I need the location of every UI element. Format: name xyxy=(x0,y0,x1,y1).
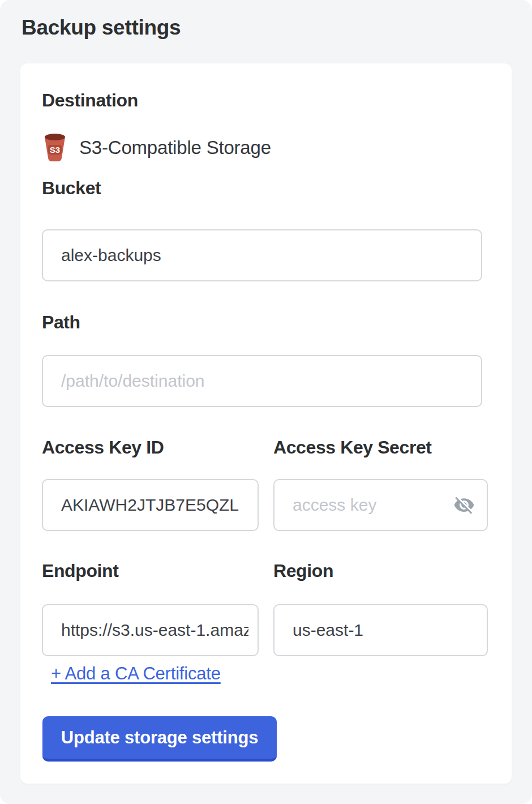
bucket-label: Bucket xyxy=(42,177,101,199)
update-storage-settings-button[interactable]: Update storage settings xyxy=(42,716,277,762)
region-label: Region xyxy=(273,560,333,581)
access-key-id-input[interactable] xyxy=(42,479,259,531)
eye-off-icon xyxy=(453,494,475,516)
access-key-secret-field xyxy=(273,479,488,531)
destination-value: S3-Compatible Storage xyxy=(79,137,271,159)
backup-settings-card: Destination S3 S3-Compatible Storage Buc… xyxy=(20,63,512,784)
access-key-secret-label: Access Key Secret xyxy=(273,437,432,458)
bucket-input[interactable] xyxy=(42,229,482,281)
toggle-secret-visibility-button[interactable] xyxy=(453,494,475,516)
region-input[interactable] xyxy=(273,604,488,656)
add-ca-certificate-link[interactable]: + Add a CA Certificate xyxy=(51,664,221,684)
s3-bucket-icon: S3 xyxy=(44,133,66,161)
access-key-id-label: Access Key ID xyxy=(42,437,164,458)
destination-label: Destination xyxy=(42,89,138,111)
endpoint-input[interactable] xyxy=(42,604,259,656)
endpoint-label: Endpoint xyxy=(42,560,118,581)
page-title: Backup settings xyxy=(22,16,181,40)
path-input[interactable] xyxy=(42,355,482,407)
svg-text:S3: S3 xyxy=(50,145,60,155)
path-label: Path xyxy=(42,311,80,333)
backup-settings-page: Backup settings Destination S3 S3-Compat… xyxy=(0,0,532,804)
